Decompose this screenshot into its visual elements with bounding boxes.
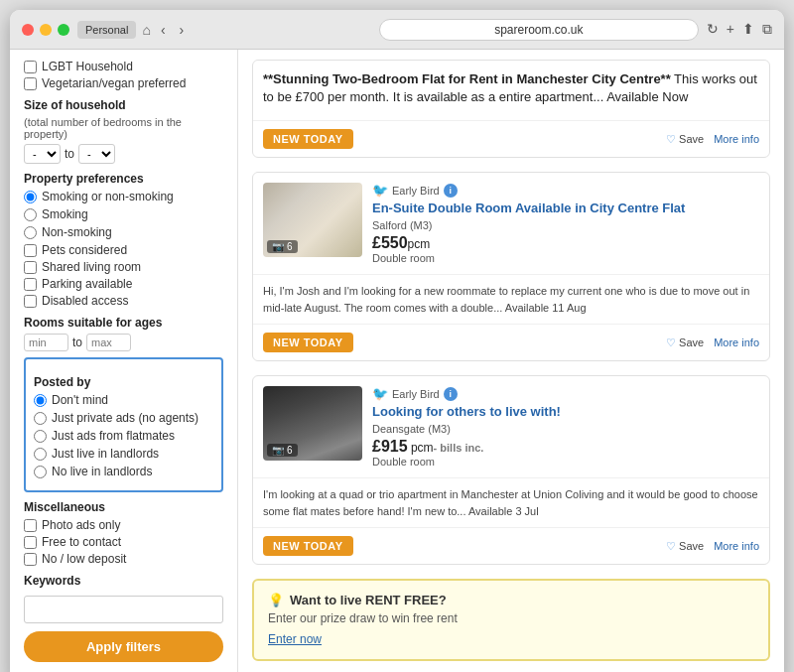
- listing-desc-3: I'm looking at a quad or trio apartment …: [253, 477, 769, 527]
- age-min-input[interactable]: [24, 334, 68, 351]
- low-deposit-label: No / low deposit: [42, 552, 126, 566]
- posted-radio-2[interactable]: Just private ads (no agents): [34, 411, 213, 425]
- size-to-select[interactable]: -123: [78, 144, 115, 164]
- posted-label-5: No live in landlords: [52, 465, 152, 478]
- ages-to-label: to: [72, 336, 82, 349]
- veg-checkbox[interactable]: [24, 77, 37, 90]
- listing-actions-2: ♡ Save More info: [666, 336, 759, 349]
- free-contact-label: Free to contact: [42, 535, 121, 549]
- early-bird-3: 🐦 Early Bird i: [372, 386, 561, 401]
- listing-image-2: 📷6: [263, 183, 362, 257]
- rent-free-banner: 💡 Want to live RENT FREE? Enter our priz…: [252, 579, 770, 661]
- listing-card-1: **Stunning Two-Bedroom Flat for Rent in …: [252, 60, 770, 158]
- browser-tab[interactable]: Personal: [77, 21, 136, 39]
- lgbt-checkbox-item[interactable]: LGBT Household: [24, 60, 223, 73]
- reload-icon[interactable]: ↻: [707, 21, 719, 38]
- add-tab-icon[interactable]: +: [727, 21, 734, 38]
- keywords-input[interactable]: [24, 596, 223, 623]
- minimize-button[interactable]: [40, 24, 52, 36]
- listing-title-text-1: **Stunning Two-Bedroom Flat for Rent in …: [263, 70, 759, 106]
- traffic-lights: [22, 24, 69, 36]
- info-icon-2[interactable]: i: [444, 184, 458, 198]
- info-icon-3[interactable]: i: [444, 387, 458, 401]
- posted-radio-1[interactable]: Don't mind: [34, 393, 213, 407]
- listing-location-3: Deansgate (M3): [372, 423, 561, 435]
- smoking-label-1: Smoking or non-smoking: [42, 190, 174, 203]
- low-deposit-checkbox[interactable]: No / low deposit: [24, 552, 223, 566]
- more-info-button-2[interactable]: More info: [714, 336, 759, 348]
- maximize-button[interactable]: [58, 24, 69, 36]
- close-button[interactable]: [22, 24, 34, 36]
- listings-area: **Stunning Two-Bedroom Flat for Rent in …: [238, 50, 784, 672]
- listing-info-2: 🐦 Early Bird i En-Suite Double Room Avai…: [372, 183, 685, 264]
- address-bar[interactable]: spareroom.co.uk: [379, 19, 699, 41]
- lgbt-checkbox[interactable]: [24, 61, 37, 73]
- nav-forward[interactable]: ›: [176, 20, 189, 40]
- age-max-input[interactable]: [86, 334, 131, 351]
- save-label-3: Save: [679, 540, 704, 552]
- home-icon[interactable]: ⌂: [142, 22, 150, 38]
- toolbar-icons: ↻ + ⬆ ⧉: [707, 21, 772, 38]
- listing-title-2[interactable]: En-Suite Double Room Available in City C…: [372, 201, 685, 217]
- photo-ads-checkbox[interactable]: Photo ads only: [24, 518, 223, 532]
- save-button-2[interactable]: ♡ Save: [666, 336, 704, 349]
- listing-price-2: £550pcm: [372, 234, 685, 252]
- more-info-button-1[interactable]: More info: [714, 133, 759, 145]
- smoking-label-2: Smoking: [42, 207, 88, 221]
- save-button-1[interactable]: ♡ Save: [666, 133, 704, 146]
- photo-ads-label: Photo ads only: [42, 518, 120, 532]
- size-from-select[interactable]: -123: [24, 144, 61, 164]
- posted-radio-4[interactable]: Just live in landlords: [34, 447, 213, 461]
- veg-checkbox-item[interactable]: Vegetarian/vegan preferred: [24, 76, 223, 90]
- smoking-radio-2[interactable]: Smoking: [24, 207, 223, 221]
- listing-price-3: £915 pcm- bills inc.: [372, 438, 561, 456]
- img-count-3: 📷6: [267, 444, 298, 457]
- share-icon[interactable]: ⬆: [742, 21, 754, 38]
- nav-back[interactable]: ‹: [157, 20, 170, 40]
- disabled-checkbox-item[interactable]: Disabled access: [24, 294, 223, 308]
- smoking-radio-3[interactable]: Non-smoking: [24, 225, 223, 239]
- size-row: -123 to -123: [24, 144, 223, 164]
- listing-top-3: 📷6 🐦 Early Bird i Looking for others to …: [253, 376, 769, 477]
- size-title: Size of household: [24, 98, 223, 112]
- listing-title-3[interactable]: Looking for others to live with!: [372, 404, 561, 421]
- listing-image-3: 📷6: [263, 386, 362, 461]
- listing-actions-3: ♡ Save More info: [666, 540, 759, 553]
- listing-footer-2: NEW TODAY ♡ Save More info: [253, 324, 769, 360]
- smoking-radio-1[interactable]: Smoking or non-smoking: [24, 190, 223, 203]
- apply-filters-button[interactable]: Apply filters: [24, 631, 223, 662]
- posted-radio-3[interactable]: Just ads from flatmates: [34, 429, 213, 443]
- ages-title: Rooms suitable for ages: [24, 316, 223, 330]
- pets-checkbox-item[interactable]: Pets considered: [24, 243, 223, 257]
- new-today-badge-3: NEW TODAY: [263, 536, 353, 556]
- veg-label: Vegetarian/vegan preferred: [42, 76, 186, 90]
- content-area: LGBT Household Vegetarian/vegan preferre…: [10, 50, 784, 672]
- listing-room-type-3: Double room: [372, 456, 561, 468]
- free-contact-checkbox[interactable]: Free to contact: [24, 535, 223, 549]
- misc-title: Miscellaneous: [24, 500, 223, 514]
- rent-free-desc: Enter our prize draw to win free rent: [268, 611, 754, 625]
- heart-icon-1: ♡: [666, 133, 676, 146]
- heart-icon-2: ♡: [666, 336, 676, 349]
- shared-living-checkbox-item[interactable]: Shared living room: [24, 260, 223, 274]
- sidebar: LGBT Household Vegetarian/vegan preferre…: [10, 50, 238, 672]
- bird-icon-2: 🐦: [372, 183, 388, 198]
- parking-checkbox-item[interactable]: Parking available: [24, 277, 223, 291]
- posted-radio-5[interactable]: No live in landlords: [34, 465, 213, 478]
- save-label-1: Save: [679, 133, 704, 145]
- more-info-button-3[interactable]: More info: [714, 540, 759, 552]
- lgbt-label: LGBT Household: [42, 60, 133, 73]
- rent-free-link[interactable]: Enter now: [268, 632, 322, 646]
- heart-icon-3: ♡: [666, 540, 676, 553]
- listing-footer-1: NEW TODAY ♡ Save More info: [253, 120, 769, 157]
- listing-room-type-2: Double room: [372, 252, 685, 264]
- browser-window: Personal ⌂ ‹ › spareroom.co.uk ↻ + ⬆ ⧉ L…: [10, 10, 784, 672]
- img-count-2: 📷6: [267, 240, 298, 253]
- listing-card-3: 📷6 🐦 Early Bird i Looking for others to …: [252, 375, 770, 565]
- pets-label: Pets considered: [42, 243, 127, 257]
- listing-actions-1: ♡ Save More info: [666, 133, 759, 146]
- save-button-3[interactable]: ♡ Save: [666, 540, 704, 553]
- rent-free-title-text: Want to live RENT FREE?: [290, 593, 447, 607]
- listing-card-2: 📷6 🐦 Early Bird i En-Suite Double Room A…: [252, 172, 770, 361]
- copy-icon[interactable]: ⧉: [762, 21, 772, 38]
